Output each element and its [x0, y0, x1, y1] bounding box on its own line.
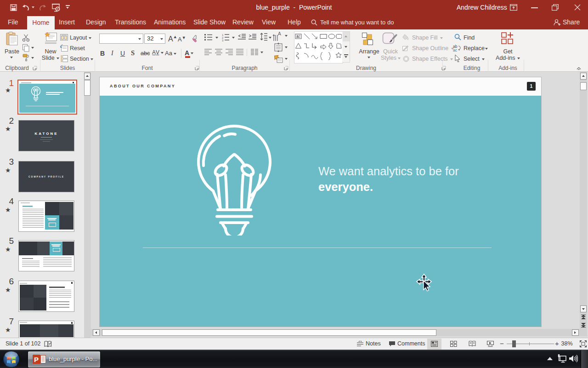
svg-text:A: A	[278, 31, 281, 36]
svg-text:3: 3	[222, 39, 224, 42]
svg-text:ac: ac	[453, 48, 458, 52]
svg-text:A: A	[296, 34, 299, 39]
svg-text:P: P	[34, 356, 39, 363]
